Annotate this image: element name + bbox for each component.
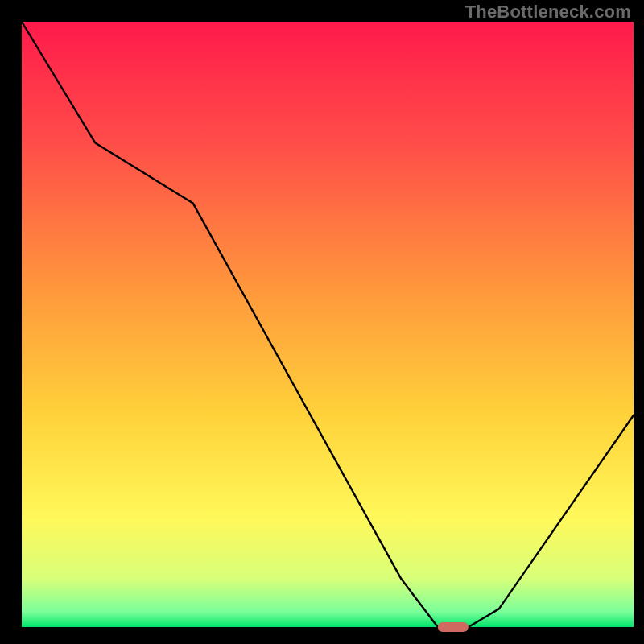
optimal-range-marker bbox=[438, 622, 469, 632]
svg-rect-0 bbox=[22, 22, 634, 627]
bottleneck-chart bbox=[0, 0, 644, 644]
chart-frame: { "watermark": "TheBottleneck.com", "cha… bbox=[0, 0, 644, 644]
watermark-text: TheBottleneck.com bbox=[465, 2, 631, 23]
